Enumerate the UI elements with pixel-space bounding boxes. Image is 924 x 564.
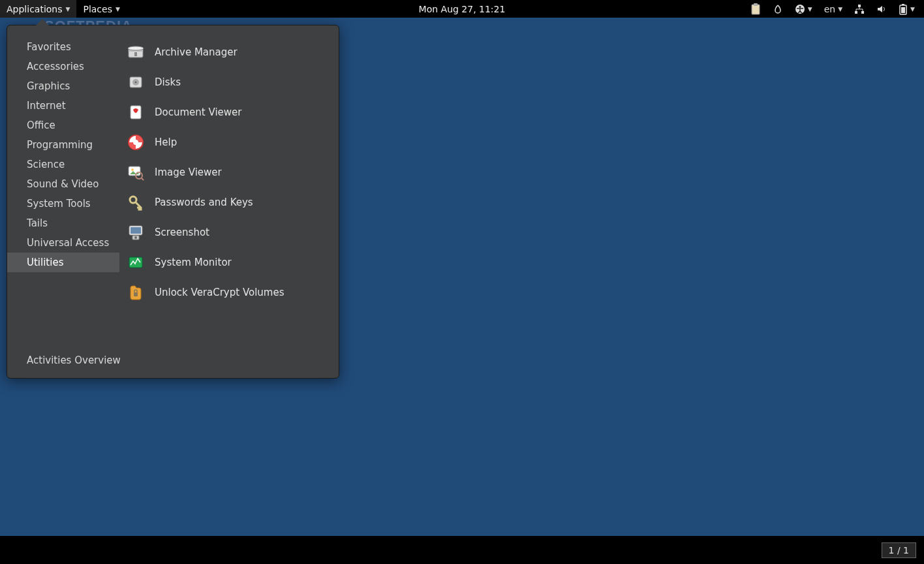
category-item[interactable]: System Tools bbox=[7, 194, 119, 213]
category-item[interactable]: Universal Access bbox=[7, 233, 119, 253]
category-label: Favorites bbox=[27, 41, 71, 53]
category-label: Internet bbox=[27, 100, 66, 112]
network-icon[interactable] bbox=[854, 4, 865, 14]
app-label: Disks bbox=[155, 76, 181, 88]
app-item[interactable]: Passwords and Keys bbox=[119, 187, 339, 217]
app-item[interactable]: Help bbox=[119, 127, 339, 157]
category-item[interactable]: Favorites bbox=[7, 37, 119, 57]
category-label: Tails bbox=[27, 217, 48, 229]
category-label: Sound & Video bbox=[27, 178, 99, 190]
svg-rect-25 bbox=[131, 227, 141, 234]
app-item[interactable]: Image Viewer bbox=[119, 157, 339, 187]
category-label: Office bbox=[27, 119, 55, 131]
svg-point-27 bbox=[134, 236, 137, 239]
help-icon bbox=[126, 133, 146, 152]
workspace-pager-label: 1 / 1 bbox=[889, 545, 909, 556]
app-item[interactable]: Archive Manager bbox=[119, 37, 339, 67]
tor-onion-icon[interactable] bbox=[773, 4, 783, 14]
chevron-down-icon: ▼ bbox=[838, 6, 842, 12]
category-item[interactable]: Programming bbox=[7, 135, 119, 155]
svg-line-22 bbox=[142, 178, 144, 180]
category-label: System Tools bbox=[27, 198, 91, 210]
app-label: Screenshot bbox=[155, 227, 209, 238]
category-item[interactable]: Office bbox=[7, 116, 119, 135]
category-item[interactable]: Internet bbox=[7, 96, 119, 116]
app-label: Archive Manager bbox=[155, 46, 238, 58]
svg-rect-4 bbox=[858, 5, 861, 7]
app-label: Image Viewer bbox=[155, 166, 222, 178]
veracrypt-icon bbox=[126, 283, 146, 302]
svg-point-20 bbox=[131, 168, 134, 171]
category-label: Graphics bbox=[27, 80, 70, 92]
screenshot-icon bbox=[126, 223, 146, 242]
keyboard-layout-indicator[interactable]: en ▼ bbox=[824, 4, 842, 14]
category-list: FavoritesAccessoriesGraphicsInternetOffi… bbox=[7, 36, 119, 347]
category-label: Accessories bbox=[27, 61, 84, 72]
keys-icon bbox=[126, 193, 146, 212]
svg-rect-1 bbox=[754, 3, 758, 6]
app-item[interactable]: Unlock VeraCrypt Volumes bbox=[119, 277, 339, 307]
app-item[interactable]: Disks bbox=[119, 67, 339, 97]
category-label: Universal Access bbox=[27, 237, 109, 249]
applications-menu-popup: FavoritesAccessoriesGraphicsInternetOffi… bbox=[7, 25, 339, 379]
imageviewer-icon bbox=[126, 163, 146, 182]
app-item[interactable]: Screenshot bbox=[119, 217, 339, 247]
chevron-down-icon: ▼ bbox=[116, 6, 120, 12]
places-menu-label: Places bbox=[83, 4, 112, 14]
clipboard-icon[interactable] bbox=[750, 3, 761, 15]
category-label: Programming bbox=[27, 139, 93, 151]
volume-icon[interactable] bbox=[876, 4, 887, 14]
sysmon-icon bbox=[126, 253, 146, 272]
svg-rect-29 bbox=[134, 292, 138, 296]
category-item[interactable]: Accessories bbox=[7, 57, 119, 76]
battery-icon[interactable]: ▼ bbox=[899, 3, 915, 15]
docviewer-icon bbox=[126, 102, 146, 122]
svg-point-16 bbox=[135, 82, 137, 84]
applications-menu-button[interactable]: Applications ▼ bbox=[0, 0, 76, 18]
archive-icon bbox=[126, 42, 146, 62]
activities-overview-item[interactable]: Activities Overview bbox=[7, 347, 339, 378]
category-label: Utilities bbox=[27, 257, 63, 268]
svg-point-12 bbox=[128, 46, 144, 50]
application-list: Archive ManagerDisksDocument ViewerHelpI… bbox=[119, 36, 339, 347]
category-item[interactable]: Utilities bbox=[7, 253, 119, 272]
activities-overview-label: Activities Overview bbox=[27, 354, 121, 366]
chevron-down-icon: ▼ bbox=[910, 6, 915, 12]
top-panel: Applications ▼ Places ▼ Mon Aug 27, 11:2… bbox=[0, 0, 924, 18]
svg-rect-5 bbox=[855, 11, 857, 14]
category-item[interactable]: Sound & Video bbox=[7, 174, 119, 194]
app-item[interactable]: System Monitor bbox=[119, 247, 339, 277]
applications-menu-label: Applications bbox=[7, 4, 63, 14]
svg-rect-13 bbox=[134, 52, 137, 56]
app-label: Document Viewer bbox=[155, 106, 241, 118]
workspace-pager[interactable]: 1 / 1 bbox=[882, 542, 916, 558]
app-label: Passwords and Keys bbox=[155, 196, 253, 208]
chevron-down-icon: ▼ bbox=[66, 6, 70, 12]
app-label: Help bbox=[155, 136, 177, 148]
svg-rect-6 bbox=[861, 11, 864, 14]
category-item[interactable]: Science bbox=[7, 155, 119, 174]
svg-rect-9 bbox=[901, 7, 905, 13]
app-item[interactable]: Document Viewer bbox=[119, 97, 339, 127]
svg-rect-8 bbox=[902, 4, 904, 5]
app-label: System Monitor bbox=[155, 257, 232, 268]
disks-icon bbox=[126, 72, 146, 92]
chevron-down-icon: ▼ bbox=[808, 6, 812, 12]
svg-point-3 bbox=[799, 6, 801, 8]
svg-rect-0 bbox=[752, 5, 760, 14]
keyboard-layout-label: en bbox=[824, 4, 836, 14]
app-label: Unlock VeraCrypt Volumes bbox=[155, 287, 285, 298]
category-label: Science bbox=[27, 159, 65, 170]
accessibility-icon[interactable]: ▼ bbox=[795, 4, 812, 14]
category-item[interactable]: Graphics bbox=[7, 76, 119, 96]
places-menu-button[interactable]: Places ▼ bbox=[76, 0, 126, 18]
clock[interactable]: Mon Aug 27, 11:21 bbox=[419, 4, 506, 14]
category-item[interactable]: Tails bbox=[7, 213, 119, 233]
bottom-panel: 1 / 1 bbox=[0, 536, 924, 564]
